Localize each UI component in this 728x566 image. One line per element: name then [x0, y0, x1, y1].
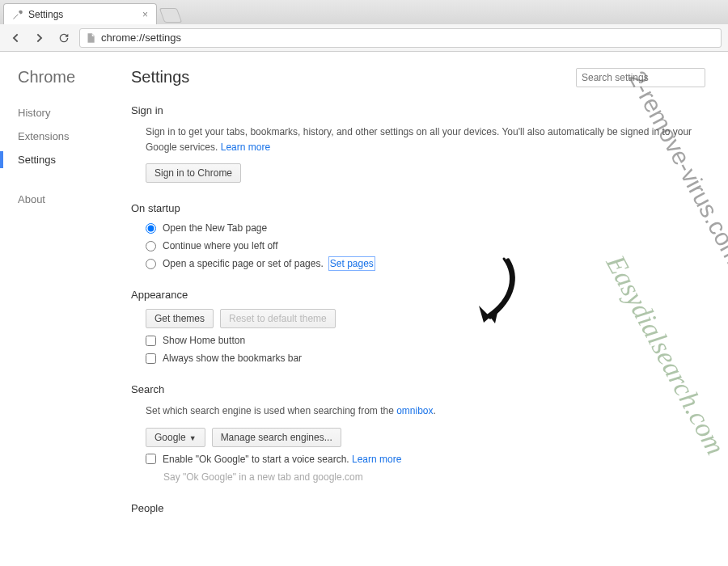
reset-theme-button[interactable]: Reset to default theme: [220, 309, 336, 328]
search-engine-dropdown[interactable]: Google▼: [146, 428, 205, 447]
sidebar: Chrome History Extensions Settings About: [0, 52, 121, 566]
signin-description: Sign in to get your tabs, bookmarks, his…: [146, 125, 705, 155]
ok-google-hint: Say "Ok Google" in a new tab and google.…: [146, 471, 705, 483]
show-bookmarks-checkbox-row[interactable]: Always show the bookmarks bar: [146, 353, 705, 364]
search-settings-input[interactable]: [582, 72, 700, 83]
browser-tab-settings[interactable]: Settings ×: [3, 3, 157, 24]
show-home-checkbox-row[interactable]: Show Home button: [146, 335, 705, 346]
forward-button[interactable]: [31, 29, 49, 47]
section-appearance: Appearance Get themes Reset to default t…: [131, 289, 705, 364]
section-heading-signin: Sign in: [131, 104, 705, 116]
address-input[interactable]: [101, 32, 716, 44]
page-icon: [85, 32, 96, 44]
signin-learn-more-link[interactable]: Learn more: [221, 142, 270, 153]
radio-newtab[interactable]: [146, 223, 156, 234]
close-icon[interactable]: ×: [142, 9, 148, 20]
manage-search-engines-button[interactable]: Manage search engines...: [212, 428, 341, 447]
chevron-down-icon: ▼: [189, 434, 197, 442]
sidebar-item-settings[interactable]: Settings: [18, 148, 121, 171]
tab-title: Settings: [28, 9, 63, 20]
search-description: Set which search engine is used when sea…: [146, 403, 705, 419]
startup-opt-continue[interactable]: Continue where you left off: [146, 240, 705, 251]
signin-button[interactable]: Sign in to Chrome: [146, 163, 241, 183]
browser-tabbar: Settings ×: [0, 0, 728, 24]
back-button[interactable]: [6, 29, 24, 47]
startup-opt-newtab[interactable]: Open the New Tab page: [146, 222, 705, 234]
ok-google-checkbox-row[interactable]: Enable "Ok Google" to start a voice sear…: [146, 454, 705, 465]
sidebar-heading: Chrome: [18, 68, 121, 87]
ok-google-learn-more-link[interactable]: Learn more: [352, 454, 401, 465]
section-startup: On startup Open the New Tab page Continu…: [131, 202, 705, 269]
reload-button[interactable]: [55, 29, 73, 47]
show-home-checkbox[interactable]: [146, 336, 156, 346]
sidebar-item-history[interactable]: History: [18, 101, 121, 125]
settings-main: Settings Sign in Sign in to get your tab…: [121, 52, 728, 566]
search-settings-box[interactable]: [576, 68, 705, 87]
startup-opt-specific[interactable]: Open a specific page or set of pages. Se…: [146, 258, 705, 269]
ok-google-checkbox[interactable]: [146, 454, 156, 464]
section-heading-startup: On startup: [131, 202, 705, 214]
section-heading-appearance: Appearance: [131, 289, 705, 301]
content-area: Chrome History Extensions Settings About…: [0, 52, 728, 566]
radio-continue[interactable]: [146, 241, 156, 251]
radio-specific[interactable]: [146, 259, 156, 269]
sidebar-item-extensions[interactable]: Extensions: [18, 125, 121, 148]
section-signin: Sign in Sign in to get your tabs, bookma…: [131, 104, 705, 183]
omnibox-link[interactable]: omnibox: [396, 405, 433, 416]
browser-toolbar: [0, 24, 728, 52]
section-search: Search Set which search engine is used w…: [131, 383, 705, 482]
set-pages-link[interactable]: Set pages: [330, 258, 374, 269]
section-heading-people: People: [131, 502, 705, 514]
section-heading-search: Search: [131, 383, 705, 395]
wrench-icon: [12, 9, 23, 20]
section-people: People: [131, 502, 705, 514]
new-tab-button[interactable]: [159, 8, 183, 23]
show-bookmarks-checkbox[interactable]: [146, 353, 156, 364]
address-bar[interactable]: [79, 28, 722, 48]
get-themes-button[interactable]: Get themes: [146, 309, 214, 328]
sidebar-item-about[interactable]: About: [18, 188, 121, 211]
